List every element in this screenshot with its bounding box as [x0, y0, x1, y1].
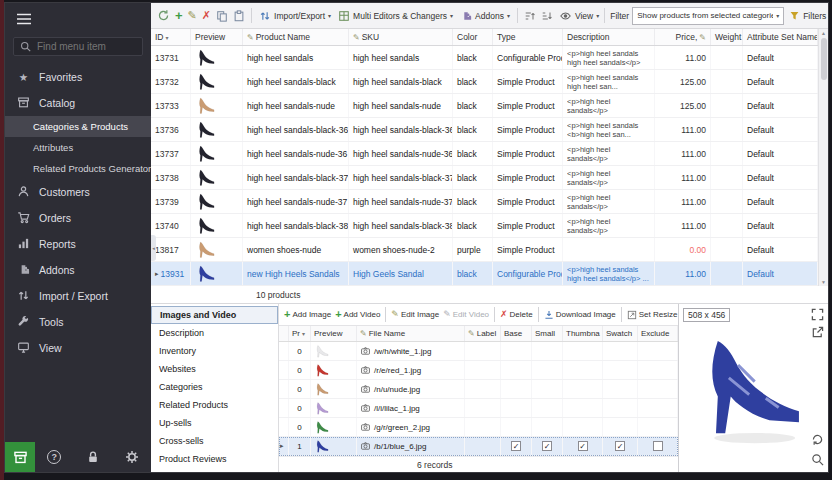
add-image-button[interactable]: +Add Image	[283, 308, 332, 321]
product-row[interactable]: 13738 high heel sandals-black-37 high he…	[151, 166, 818, 190]
image-row[interactable]: 0 /w/h/white_1.jpg	[279, 342, 678, 361]
sidebar-item-catalog[interactable]: Catalog	[5, 90, 151, 116]
exclude-checkbox[interactable]	[653, 441, 663, 451]
image-row[interactable]: 0 /l/i/lilac_1.jpg	[279, 399, 678, 418]
product-row[interactable]: 13732 high heel sandals-black high heel …	[151, 70, 818, 94]
grid-vertical-scrollbar[interactable]: ▲ ▼	[818, 29, 828, 286]
thumbnail-checkbox[interactable]	[578, 441, 588, 451]
scroll-up-arrow[interactable]: ▲	[821, 30, 826, 36]
image-row[interactable]: 0 /n/u/nude.jpg	[279, 380, 678, 399]
edit-image-button[interactable]: ✎Edit Image	[390, 309, 440, 320]
product-row[interactable]: 13739 high heel sandals-nude-37 high hee…	[151, 190, 818, 214]
scroll-down-arrow[interactable]: ▼	[821, 279, 826, 285]
product-row[interactable]: 13817 women shoes-nude women shoes-nude-…	[151, 238, 818, 262]
column-header-preview[interactable]: Preview	[191, 29, 243, 45]
help-icon[interactable]: ?	[47, 450, 61, 464]
column-header-label[interactable]: ✎Label	[465, 326, 501, 341]
add-video-button[interactable]: +Add Video	[334, 308, 381, 321]
column-header-sku[interactable]: ✎SKU	[349, 29, 453, 45]
column-header-attribute-set[interactable]: Attribute Set Name	[743, 29, 818, 45]
image-row[interactable]: 0 /r/e/red_1.jpg	[279, 361, 678, 380]
product-attribute-set-cell: Default	[743, 94, 818, 117]
column-header-base[interactable]: Base	[501, 326, 532, 341]
sidebar-item-customers[interactable]: Customers	[5, 179, 151, 205]
tab-categories[interactable]: Categories	[151, 378, 278, 396]
menu-toggle-button[interactable]	[5, 3, 151, 33]
fullscreen-icon[interactable]	[811, 308, 824, 321]
tab-up-sells[interactable]: Up-sells	[151, 414, 278, 432]
tab-product-reviews[interactable]: Product Reviews	[151, 450, 278, 468]
tab-websites[interactable]: Websites	[151, 360, 278, 378]
column-header-product-name[interactable]: ✎Product Name	[243, 29, 349, 45]
product-row[interactable]: 13731 high heel sandals high heel sandal…	[151, 46, 818, 70]
product-type-cell: Simple Product	[493, 70, 563, 93]
column-header-id[interactable]: ID▾	[151, 29, 191, 45]
import-export-button[interactable]: Import/Export▾	[257, 9, 333, 23]
column-header-small[interactable]: Small	[532, 326, 563, 341]
sidebar-item-categories-and-products[interactable]: Categories & Products	[5, 116, 151, 137]
sort-ascending-button[interactable]	[523, 9, 537, 23]
edit-product-button[interactable]: ✎	[187, 9, 198, 22]
product-row[interactable]: 13740 high heel sandals-black-38 high he…	[151, 214, 818, 238]
multi-editors-button[interactable]: Multi Editors & Changers▾	[336, 9, 455, 23]
column-header-priority[interactable]: Pr▾	[289, 326, 311, 341]
sidebar-item-tools[interactable]: Tools	[5, 309, 151, 335]
edit-video-button[interactable]: ✎Edit Video	[442, 309, 490, 320]
filters-button[interactable]: Filters▾	[787, 9, 828, 22]
filter-select[interactable]: Show products from selected categories ▾	[632, 7, 784, 25]
view-button[interactable]: View▾	[557, 9, 601, 23]
copy-button[interactable]	[215, 9, 229, 23]
column-header-color[interactable]: Color	[453, 29, 493, 45]
column-header-image-preview[interactable]: Preview	[311, 326, 357, 341]
tab-cross-sells[interactable]: Cross-sells	[151, 432, 278, 450]
delete-product-button[interactable]: ✗	[201, 9, 212, 22]
swatch-checkbox[interactable]	[615, 441, 625, 451]
product-row[interactable]: 13733 high heel sandals-nude high heel s…	[151, 94, 818, 118]
lock-icon[interactable]	[86, 450, 100, 464]
sidebar-search[interactable]	[13, 37, 143, 56]
zoom-icon[interactable]	[811, 453, 824, 466]
sidebar-item-addons[interactable]: Addons	[5, 257, 151, 283]
scrollbar-thumb[interactable]	[821, 38, 827, 80]
product-row[interactable]: 13931 new High Heels Sandals High Geels …	[151, 262, 818, 286]
column-header-weight[interactable]: Weight	[711, 29, 743, 45]
small-checkbox[interactable]	[542, 441, 552, 451]
sidebar-item-view[interactable]: View	[5, 335, 151, 361]
product-row[interactable]: 13736 high heel sandals-black-36 high he…	[151, 118, 818, 142]
rotate-icon[interactable]	[811, 433, 824, 446]
sidebar-collapse-handle[interactable]: ◂	[151, 235, 156, 261]
gear-icon[interactable]	[125, 450, 139, 464]
download-image-button[interactable]: Download Image	[543, 309, 617, 321]
column-header-thumbnail[interactable]: Thumbna	[563, 326, 603, 341]
refresh-button[interactable]	[156, 8, 171, 23]
paste-button[interactable]	[232, 9, 246, 23]
base-checkbox[interactable]	[511, 441, 521, 451]
delete-image-button[interactable]: ✗Delete	[499, 309, 534, 320]
sidebar-item-favorites[interactable]: ★ Favorites	[5, 64, 151, 90]
sort-descending-button[interactable]	[540, 9, 554, 23]
set-resize-rule-button[interactable]: Set Resize Rule▾	[626, 309, 678, 321]
column-header-file-name[interactable]: ✎File Name	[357, 326, 465, 341]
sidebar-item-import-export[interactable]: Import / Export	[5, 283, 151, 309]
column-header-type[interactable]: Type	[493, 29, 563, 45]
column-header-exclude[interactable]: Exclude	[638, 326, 678, 341]
column-header-swatch[interactable]: Swatch	[603, 326, 638, 341]
product-row[interactable]: 13737 high heel sandals-nude-36 high hee…	[151, 142, 818, 166]
sidebar-item-orders[interactable]: Orders	[5, 205, 151, 231]
tab-images-and-video[interactable]: Images and Video	[151, 306, 278, 324]
sidebar-item-related-products-generator[interactable]: Related Products Generator	[5, 158, 151, 179]
image-row[interactable]: 0 /g/r/green_2.jpg	[279, 418, 678, 437]
sidebar-item-attributes[interactable]: Attributes	[5, 137, 151, 158]
add-product-button[interactable]: +	[174, 8, 184, 23]
addons-button[interactable]: Addons▾	[458, 9, 512, 23]
column-header-description[interactable]: Description	[563, 29, 655, 45]
column-header-price[interactable]: Price,✎	[655, 29, 711, 45]
image-row[interactable]: ▸ 1 /b/1/blue_6.jpg	[279, 437, 678, 456]
store-button[interactable]	[5, 442, 35, 472]
tab-related-products[interactable]: Related Products	[151, 396, 278, 414]
search-input[interactable]	[37, 41, 136, 52]
sidebar-item-reports[interactable]: Reports	[5, 231, 151, 257]
tab-inventory[interactable]: Inventory	[151, 342, 278, 360]
puzzle-icon	[17, 263, 30, 278]
tab-description[interactable]: Description	[151, 324, 278, 342]
